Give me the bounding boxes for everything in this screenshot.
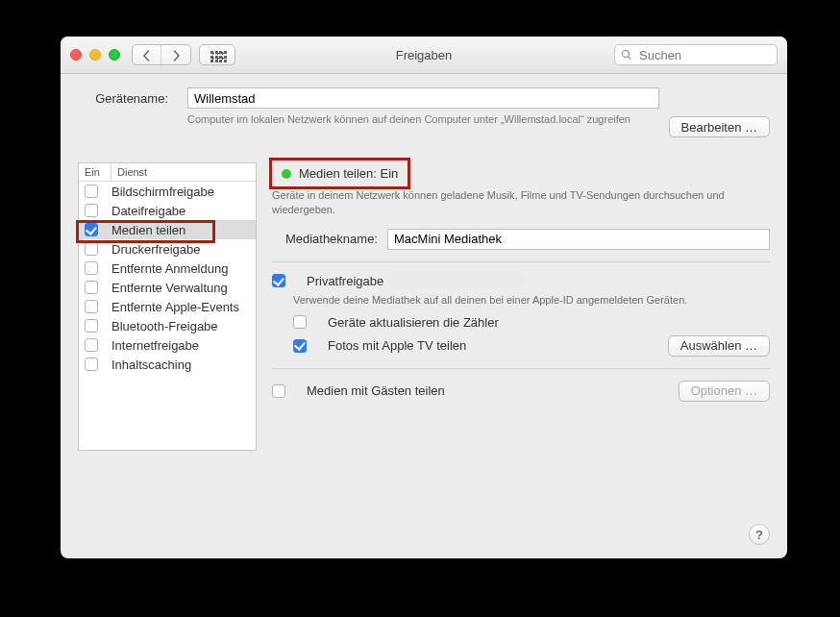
home-sharing-row: Privatfreigabe (272, 274, 770, 288)
service-label: Druckerfreigabe (111, 242, 201, 257)
minimize-window-button[interactable] (89, 49, 101, 61)
service-label: Entfernte Anmeldung (111, 261, 228, 276)
guests-row: Medien mit Gästen teilen Optionen … (272, 381, 770, 402)
back-button[interactable] (133, 45, 161, 65)
show-all-button-group (199, 44, 235, 65)
redacted-apple-id (391, 274, 526, 287)
close-window-button[interactable] (70, 49, 82, 61)
library-name-label: Mediathekname: (272, 232, 378, 246)
share-photos-checkbox[interactable] (293, 339, 307, 353)
show-all-button[interactable] (200, 45, 235, 65)
services-header-on: Ein (79, 163, 111, 181)
device-name-label: Gerätename: (78, 87, 178, 137)
nav-back-forward (132, 44, 191, 65)
service-row-3[interactable]: Druckerfreigabe (79, 239, 256, 259)
service-label: Entfernte Apple-Events (111, 300, 239, 314)
guest-sharing-label: Medien mit Gästen teilen (307, 383, 445, 398)
preferences-window: Freigaben Gerätename: Computer im lokale… (61, 37, 787, 558)
help-button[interactable]: ? (749, 524, 770, 545)
share-photos-label: Fotos mit Apple TV teilen (328, 338, 466, 353)
service-detail-pane: Medien teilen: Ein Geräte in deinem Netz… (272, 162, 770, 407)
divider-2 (272, 368, 770, 369)
guest-options-button: Optionen … (679, 381, 770, 402)
library-name-input[interactable] (387, 229, 770, 250)
services-header-dienst: Dienst (111, 163, 256, 181)
window-controls (70, 49, 120, 61)
service-checkbox[interactable] (85, 358, 98, 371)
service-label: Dateifreigabe (111, 204, 185, 218)
service-row-4[interactable]: Entfernte Anmeldung (79, 259, 256, 278)
service-row-6[interactable]: Entfernte Apple-Events (79, 297, 256, 316)
service-row-7[interactable]: Bluetooth-Freigabe (79, 316, 256, 335)
service-row-9[interactable]: Inhaltscaching (79, 355, 256, 374)
service-row-1[interactable]: Dateifreigabe (79, 201, 256, 220)
device-name-input[interactable] (187, 87, 659, 109)
share-photos-row: Fotos mit Apple TV teilen Auswählen … (272, 335, 770, 357)
service-checkbox[interactable] (85, 242, 98, 256)
service-label: Inhaltscaching (111, 358, 191, 372)
update-counts-label: Geräte aktualisieren die Zähler (328, 315, 499, 330)
home-sharing-note: Verwende deine Mediathek auf all deinen … (293, 294, 770, 306)
library-name-row: Mediathekname: (272, 229, 770, 250)
service-checkbox[interactable] (85, 204, 98, 217)
service-label: Internetfreigabe (111, 338, 199, 353)
update-counts-checkbox[interactable] (293, 315, 307, 329)
search-input[interactable] (637, 47, 771, 63)
update-counts-row: Geräte aktualisieren die Zähler (293, 315, 770, 330)
home-sharing-checkbox[interactable] (272, 274, 285, 287)
service-label: Bluetooth-Freigabe (111, 319, 218, 333)
service-label: Bildschirmfreigabe (111, 185, 214, 199)
service-status-text: Medien teilen: Ein (299, 166, 398, 181)
service-status: Medien teilen: Ein (272, 162, 408, 185)
search-icon (621, 49, 632, 61)
service-checkbox[interactable] (85, 300, 98, 313)
service-checkbox[interactable] (85, 261, 98, 275)
services-list-body[interactable]: BildschirmfreigabeDateifreigabeMedien te… (79, 182, 256, 450)
services-list: Ein Dienst BildschirmfreigabeDateifreiga… (78, 162, 257, 451)
zoom-window-button[interactable] (109, 49, 120, 61)
device-name-hint: Computer im lokalen Netzwerk können auf … (187, 112, 659, 127)
service-checkbox[interactable] (85, 281, 98, 294)
service-row-8[interactable]: Internetfreigabe (79, 335, 256, 355)
service-checkbox[interactable] (85, 338, 98, 352)
choose-photos-button[interactable]: Auswählen … (668, 335, 770, 357)
titlebar: Freigaben (61, 37, 787, 74)
device-name-section: Gerätename: Computer im lokalen Netzwerk… (78, 87, 770, 137)
services-header: Ein Dienst (79, 163, 256, 182)
grid-icon (210, 51, 224, 61)
body: Gerätename: Computer im lokalen Netzwerk… (61, 74, 787, 558)
divider-1 (272, 261, 770, 262)
home-sharing-label: Privatfreigabe (307, 274, 383, 288)
edit-hostname-button[interactable]: Bearbeiten … (669, 116, 771, 137)
main-area: Ein Dienst BildschirmfreigabeDateifreiga… (78, 162, 770, 451)
service-row-2[interactable]: Medien teilen (79, 220, 256, 239)
service-row-0[interactable]: Bildschirmfreigabe (79, 182, 256, 201)
service-row-5[interactable]: Entfernte Verwaltung (79, 278, 256, 297)
service-label: Entfernte Verwaltung (111, 281, 228, 295)
service-status-subtext: Geräte in deinem Netzwerk können geladen… (272, 188, 770, 217)
status-dot-icon (282, 169, 291, 179)
forward-button[interactable] (161, 45, 190, 65)
guest-sharing-checkbox[interactable] (272, 384, 285, 398)
service-label: Medien teilen (111, 223, 185, 237)
search-field[interactable] (614, 44, 778, 65)
service-checkbox[interactable] (85, 223, 98, 236)
service-checkbox[interactable] (85, 185, 98, 198)
service-checkbox[interactable] (85, 319, 98, 333)
